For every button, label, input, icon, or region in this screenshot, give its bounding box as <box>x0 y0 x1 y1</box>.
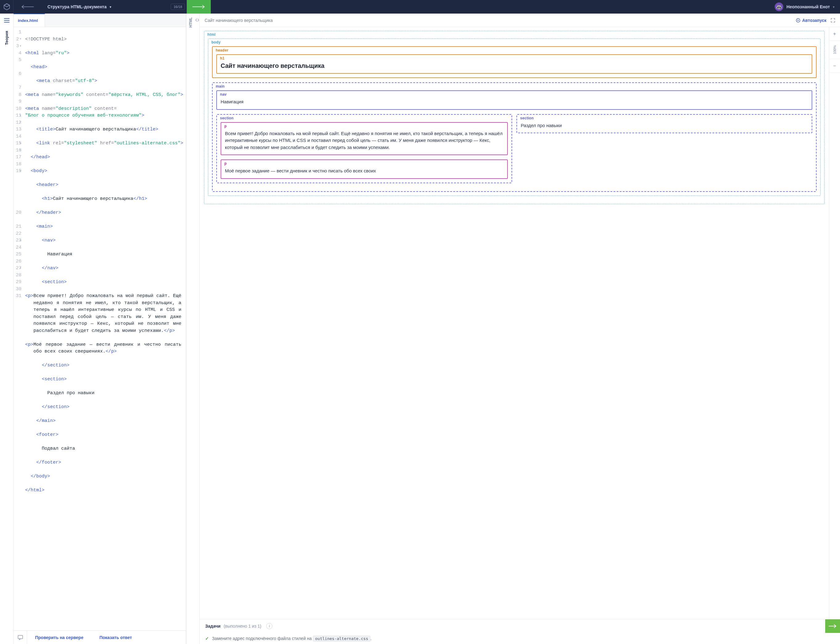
code-editor[interactable]: 1 2▾ 3▾ 4 5 6 7 8 9 10▾ 11▾ 12 13 14▾ 15… <box>13 27 186 631</box>
svg-rect-0 <box>18 635 23 639</box>
menu-icon[interactable] <box>0 13 13 27</box>
nav-text: Навигация <box>221 99 808 105</box>
check-server-button[interactable]: Проверить на сервере <box>27 635 92 640</box>
outline-section-1: section p Всем привет! Добро пожаловать … <box>216 114 512 183</box>
task-code: outlines-alternate.css <box>313 636 370 642</box>
editor-tabs: index.html <box>13 13 186 27</box>
p1-text: Всем привет! Добро пожаловать на мой пер… <box>225 130 504 151</box>
tasks-subtitle: (выполнено 1 из 1) <box>224 624 262 629</box>
zoom-rail: + 100% − <box>829 27 840 619</box>
outline-body: body header h1 Сайт начинающего версталь… <box>208 39 820 196</box>
html-label: HTML <box>188 17 193 28</box>
section2-text: Раздел про навыки <box>521 122 808 129</box>
left-rail: Теория <box>0 13 13 644</box>
preview-body: html body header h1 Сайт начинающего вер… <box>200 27 829 619</box>
user-name: Неопознанный Енот <box>786 4 830 9</box>
info-icon[interactable]: i <box>266 623 272 629</box>
lesson-title-dropdown[interactable]: Структура HTML-документа ▾ <box>41 4 118 9</box>
label-p: p <box>224 124 227 128</box>
outline-header: header h1 Сайт начинающего верстальщика <box>212 46 817 78</box>
lesson-progress: 16/18 <box>171 4 185 10</box>
chat-icon[interactable] <box>13 631 27 644</box>
next-button[interactable] <box>187 0 211 13</box>
tab-label: index.html <box>18 18 38 23</box>
label-p: p <box>224 161 227 166</box>
tasks-title: Задачи <box>205 624 221 629</box>
show-answer-button[interactable]: Показать ответ <box>92 635 140 640</box>
autorun-label: Автозапуск <box>802 18 827 23</box>
zoom-level[interactable]: 100% <box>829 41 840 59</box>
task-item-1: ✓ Замените адрес подключённого файла сти… <box>200 633 840 644</box>
label-html: html <box>207 32 216 37</box>
task-text-pre: Замените адрес подключённого файла стиле… <box>212 636 313 641</box>
chevron-down-icon: ▾ <box>110 5 111 9</box>
outline-nav: nav Навигация <box>216 90 812 110</box>
check-icon: ✓ <box>205 636 209 641</box>
label-main: main <box>216 84 224 89</box>
p2-text: Моё первое задание — вести дневник и чес… <box>225 168 504 174</box>
autorun-toggle[interactable]: Автозапуск <box>796 18 827 23</box>
theory-tab[interactable]: Теория <box>4 27 9 49</box>
chevron-down-icon: ▾ <box>833 5 835 9</box>
outline-p-2: p Моё первое задание — вести дневник и ч… <box>221 159 508 179</box>
label-section: section <box>520 116 534 120</box>
outline-main: main nav Навигация section <box>212 82 817 192</box>
label-header: header <box>216 48 228 53</box>
lesson-title: Структура HTML-документа <box>47 4 106 9</box>
avatar-icon: 🦝 <box>775 2 783 11</box>
line-gutter: 1 2▾ 3▾ 4 5 6 7 8 9 10▾ 11▾ 12 13 14▾ 15… <box>13 27 24 631</box>
zoom-out-button[interactable]: − <box>829 59 840 73</box>
editor-bottom-bar: Проверить на сервере Показать ответ <box>13 631 186 644</box>
label-h1: h1 <box>220 56 224 61</box>
outline-h1: h1 Сайт начинающего верстальщика <box>216 54 812 74</box>
label-section: section <box>220 116 234 120</box>
task-text-post: . <box>370 636 372 641</box>
h1-text: Сайт начинающего верстальщика <box>221 62 808 69</box>
expand-icon[interactable] <box>831 18 835 23</box>
preview-panel: Сайт начинающего верстальщика Автозапуск… <box>200 13 840 644</box>
code-content[interactable]: <!DOCTYPE html> <html lang="ru"> <head> … <box>24 27 186 631</box>
run-button[interactable] <box>825 619 840 633</box>
label-nav: nav <box>220 92 227 97</box>
zoom-in-button[interactable]: + <box>829 27 840 41</box>
outline-section-2: section Раздел про навыки <box>516 114 812 133</box>
editor-panel: index.html 1 2▾ 3▾ 4 5 6 7 8 9 10▾ 11▾ 1… <box>13 13 186 644</box>
editor-mode-rail[interactable]: HTML <box>186 13 195 644</box>
preview-title: Сайт начинающего верстальщика <box>205 18 792 23</box>
outline-html: html body header h1 Сайт начинающего вер… <box>204 31 825 204</box>
tasks-header: Задачи (выполнено 1 из 1) i <box>200 619 840 633</box>
outline-p-1: p Всем привет! Добро пожаловать на мой п… <box>221 122 508 156</box>
resize-handle[interactable] <box>195 13 200 644</box>
label-body: body <box>211 40 221 44</box>
tasks-panel: Задачи (выполнено 1 из 1) i ✓ Замените а… <box>200 619 840 644</box>
tab-index-html[interactable]: index.html <box>13 13 45 27</box>
preview-header: Сайт начинающего верстальщика Автозапуск <box>200 13 840 27</box>
user-menu[interactable]: 🦝 Неопознанный Енот ▾ <box>769 2 840 11</box>
prev-button[interactable] <box>13 0 41 13</box>
topbar: Структура HTML-документа ▾ 16/18 🦝 Неопо… <box>0 0 840 13</box>
logo-icon[interactable] <box>0 0 13 13</box>
